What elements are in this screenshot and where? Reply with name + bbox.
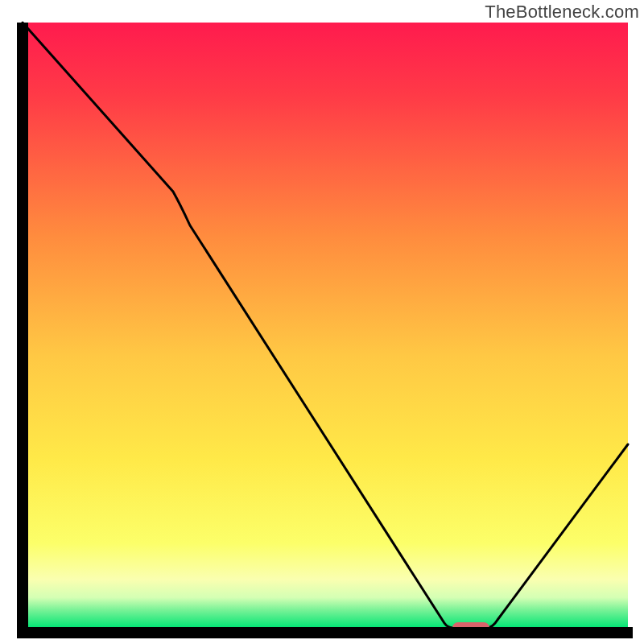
watermark: TheBottleneck.com (485, 2, 639, 23)
gradient-background (23, 23, 628, 628)
chart-container: TheBottleneck.com (0, 0, 644, 644)
chart-svg (0, 0, 644, 644)
plot-area (23, 23, 628, 633)
